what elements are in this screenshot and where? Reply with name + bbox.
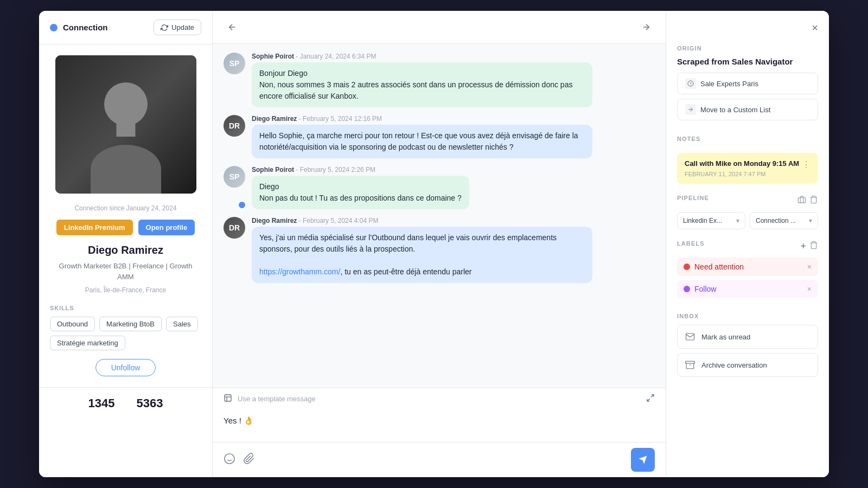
message-1-meta: Sophie Poirot - January 24, 2024 6:34 PM: [252, 53, 592, 60]
sale-experts-btn[interactable]: Sale Experts Paris: [677, 73, 818, 94]
origin-title: Scraped from Sales Navigator: [677, 57, 818, 66]
pipeline-section: PIPELINE Linkedin Ex... ▾ Connection ...: [677, 195, 818, 229]
mark-unread-label: Mark as unread: [701, 333, 750, 341]
stats-row: 1345 5363: [39, 387, 212, 419]
message-1: SP Sophie Poirot - January 24, 2024 6:34…: [224, 53, 592, 107]
emoji-button[interactable]: [224, 453, 235, 467]
note-date: FEBRUARY 11, 2024 7:47 PM: [685, 171, 810, 177]
pipeline-label: PIPELINE: [677, 195, 709, 201]
svg-line-4: [647, 399, 650, 401]
mark-unread-btn[interactable]: Mark as unread: [677, 325, 818, 349]
origin-section: ORIGIN Scraped from Sales Navigator Sale…: [677, 45, 818, 125]
message-2-content: Diego Ramirez - February 5, 2024 12:16 P…: [252, 115, 592, 158]
middle-panel: SP Sophie Poirot - January 24, 2024 6:34…: [213, 11, 666, 477]
label-follow-text: Follow: [694, 285, 716, 293]
expand-icon[interactable]: [646, 394, 655, 404]
message-2: DR Diego Ramirez - February 5, 2024 12:1…: [224, 115, 592, 158]
left-header-left: Connection: [50, 23, 108, 32]
pipeline-trash-icon[interactable]: [809, 195, 818, 206]
label-need-attention-close[interactable]: ×: [807, 262, 812, 271]
avatar-sophie-2: SP: [224, 166, 245, 188]
chat-input-area[interactable]: Yes ! 👌: [213, 409, 666, 442]
svg-point-5: [225, 453, 234, 463]
chat-footer: [213, 442, 666, 477]
message-2-meta: Diego Ramirez - February 5, 2024 12:16 P…: [252, 115, 592, 123]
message-4-content: Diego Ramirez - February 5, 2024 4:04 PM…: [252, 217, 592, 283]
forward-button[interactable]: [637, 18, 655, 36]
message-4-text: Yes, j'ai un média spécialisé sur l'Outb…: [252, 227, 592, 283]
label-need-attention: Need attention ×: [677, 258, 818, 276]
sender-name-3: Sophie Poirot: [252, 166, 294, 174]
profile-location: Paris, Île-de-France, France: [39, 286, 212, 294]
note-menu-btn[interactable]: ⋮: [802, 159, 810, 170]
message-3-date: - February 5, 2024 2:26 PM: [296, 166, 375, 174]
send-button[interactable]: [631, 448, 655, 472]
sender-name-2: Diego Ramirez: [252, 115, 297, 123]
stat-2-value: 5363: [137, 396, 163, 410]
delete-label-icon[interactable]: [809, 241, 818, 252]
message-4-link[interactable]: https://growthamm.com/: [259, 267, 340, 276]
attach-button[interactable]: [243, 453, 255, 467]
labels-actions: +: [800, 241, 818, 252]
pipeline-template-icon[interactable]: [797, 195, 806, 206]
notes-label: NOTES: [677, 136, 700, 142]
avatar-diego-2: DR: [224, 217, 245, 239]
chat-input-text[interactable]: Yes ! 👌: [224, 416, 655, 426]
label-follow-close[interactable]: ×: [807, 285, 812, 293]
profile-title: Growth Marketer B2B | Freelance | Growth…: [39, 261, 212, 282]
message-2-text: Hello Sophie, ça marche merci pour ton r…: [252, 125, 592, 158]
svg-rect-10: [686, 361, 695, 363]
right-panel-header: ×: [677, 22, 818, 34]
message-3-content: Sophie Poirot - February 5, 2024 2:26 PM…: [252, 166, 469, 209]
left-header: Connection Update: [39, 11, 212, 44]
note-text: Call with Mike on Monday 9:15 AM: [685, 159, 810, 168]
labels-header: LABELS +: [677, 240, 818, 252]
message-1-content: Sophie Poirot - January 24, 2024 6:34 PM…: [252, 53, 592, 107]
pipeline-select-2[interactable]: Connection ... ▾: [750, 212, 818, 229]
right-panel: × ORIGIN Scraped from Sales Navigator Sa…: [666, 11, 829, 477]
template-placeholder[interactable]: Use a template message: [238, 395, 316, 403]
open-profile-button[interactable]: Open profile: [138, 220, 195, 235]
svg-rect-0: [225, 395, 231, 401]
sender-name-1: Sophie Poirot: [252, 53, 294, 60]
stat-2: 5363: [137, 396, 163, 410]
left-panel: Connection Update Connection since Janua…: [39, 11, 213, 477]
archive-conversation-btn[interactable]: Archive conversation: [677, 353, 818, 377]
profile-photo: [55, 55, 196, 194]
unfollow-button[interactable]: Unfollow: [95, 359, 156, 376]
labels-label: LABELS: [677, 240, 705, 247]
label-follow: Follow ×: [677, 280, 818, 298]
reply-indicator: [238, 201, 246, 209]
chevron-down-icon-1: ▾: [736, 217, 739, 224]
skill-marketing: Marketing BtoB: [99, 317, 162, 331]
connection-since: Connection since January 24, 2024: [39, 204, 212, 212]
message-3-meta: Sophie Poirot - February 5, 2024 2:26 PM: [252, 166, 469, 174]
skill-outbound: Outbound: [50, 317, 95, 331]
connection-dot: [50, 24, 58, 31]
sale-experts-label: Sale Experts Paris: [700, 80, 758, 88]
sender-name-4: Diego Ramirez: [252, 217, 297, 224]
archive-label: Archive conversation: [701, 361, 767, 369]
update-button[interactable]: Update: [154, 20, 201, 35]
photo-neck: [116, 123, 135, 137]
back-button[interactable]: [224, 18, 241, 36]
skills-tags: Outbound Marketing BtoB Sales Stratégie …: [50, 317, 201, 350]
photo-body: [91, 145, 161, 194]
pipeline-select-1[interactable]: Linkedin Ex... ▾: [677, 212, 745, 229]
message-2-date: - February 5, 2024 12:16 PM: [299, 115, 382, 123]
skill-strategie: Stratégie marketing: [50, 336, 125, 350]
message-3: SP Sophie Poirot - February 5, 2024 2:26…: [224, 166, 592, 209]
close-button[interactable]: ×: [812, 22, 818, 34]
svg-rect-9: [798, 198, 805, 203]
archive-icon: [684, 359, 696, 371]
connection-title: Connection: [63, 23, 108, 32]
move-to-list-btn[interactable]: Move to a Custom List: [677, 99, 818, 120]
notes-header: NOTES: [677, 136, 818, 147]
add-label-icon[interactable]: +: [800, 241, 806, 252]
profile-actions: LinkedIn Premium Open profile: [39, 220, 212, 235]
skills-section: SKILLS Outbound Marketing BtoB Sales Str…: [39, 305, 212, 359]
avatar-diego-1: DR: [224, 115, 245, 137]
mark-unread-icon: [684, 331, 696, 343]
linkedin-premium-button[interactable]: LinkedIn Premium: [56, 220, 133, 235]
label-need-attention-text: Need attention: [694, 262, 744, 271]
